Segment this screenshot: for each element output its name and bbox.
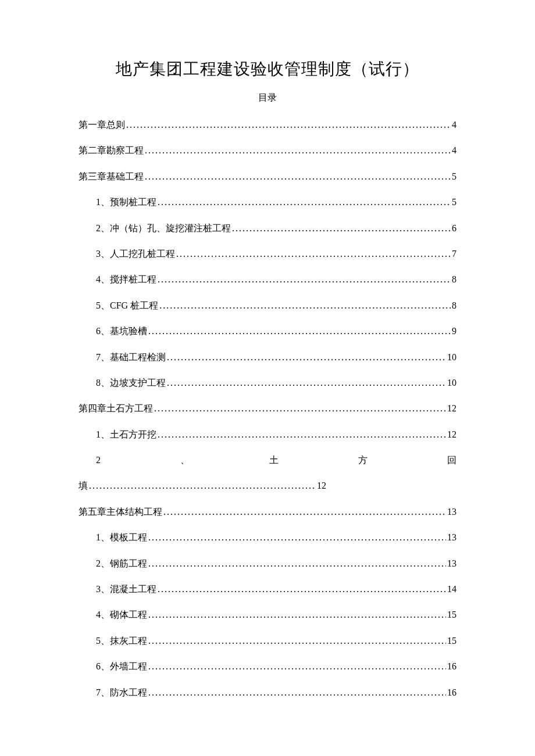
toc-dots	[158, 196, 451, 209]
toc-entry: 1、土石方开挖12	[79, 428, 456, 441]
toc-entry: 第二章勘察工程4	[79, 144, 456, 157]
toc-special-label: 填	[79, 479, 88, 492]
toc-page: 16	[447, 660, 456, 673]
toc-list-before: 第一章总则4第二章勘察工程4第三章基础工程51、预制桩工程52、冲（钻）孔、旋挖…	[79, 119, 456, 441]
toc-page: 16	[447, 686, 456, 699]
toc-dots	[148, 325, 451, 338]
toc-dots	[176, 248, 451, 260]
toc-special-page: 12	[317, 479, 326, 492]
toc-page: 12	[447, 402, 456, 415]
toc-page: 10	[447, 351, 456, 364]
toc-page: 13	[447, 557, 456, 570]
toc-dots	[126, 119, 451, 131]
toc-entry: 7、防水工程16	[79, 686, 456, 699]
toc-label: 3、混凝土工程	[96, 583, 156, 596]
toc-special-part: 回	[447, 454, 456, 467]
toc-entry: 2、钢筋工程13	[79, 557, 456, 570]
toc-label: 第三章基础工程	[79, 170, 144, 183]
toc-entry: 1、模板工程13	[79, 531, 456, 544]
toc-entry: 5、CFG 桩工程8	[79, 299, 456, 312]
toc-dots	[148, 660, 446, 673]
toc-label: 3、人工挖孔桩工程	[96, 248, 175, 260]
toc-label: 7、基础工程检测	[96, 351, 166, 364]
toc-heading: 目录	[79, 92, 456, 104]
toc-label: 2、冲（钻）孔、旋挖灌注桩工程	[96, 222, 231, 235]
toc-label: 7、防水工程	[96, 686, 147, 699]
toc-dots	[159, 299, 451, 312]
toc-label: 第五章主体结构工程	[79, 506, 162, 518]
toc-page: 7	[452, 248, 456, 260]
toc-entry: 第四章土石方工程12	[79, 402, 456, 415]
toc-label: 4、砌体工程	[96, 608, 147, 621]
toc-entry: 7、基础工程检测10	[79, 351, 456, 364]
toc-label: 6、基坑验槽	[96, 325, 147, 338]
toc-entry: 第三章基础工程5	[79, 170, 456, 183]
toc-dots	[154, 402, 446, 415]
toc-entry: 3、人工挖孔桩工程7	[79, 248, 456, 260]
toc-dots	[148, 686, 446, 699]
toc-page: 5	[452, 196, 456, 209]
toc-dots	[158, 428, 446, 441]
toc-entry: 3、混凝土工程14	[79, 583, 456, 596]
toc-dots	[167, 351, 446, 364]
toc-page: 15	[447, 608, 456, 621]
toc-page: 4	[452, 119, 456, 131]
toc-page: 8	[452, 299, 456, 312]
toc-entry: 8、边坡支护工程10	[79, 377, 456, 389]
toc-label: 1、模板工程	[96, 531, 147, 544]
toc-special-line1: 2 、 土 方 回	[79, 454, 456, 467]
toc-entry: 第五章主体结构工程13	[79, 506, 456, 518]
toc-special-part: 方	[358, 454, 368, 467]
toc-dots	[148, 608, 446, 621]
toc-special-part: 、	[180, 454, 190, 467]
toc-dots	[148, 531, 446, 544]
toc-entry: 1、预制桩工程5	[79, 196, 456, 209]
toc-page: 9	[452, 325, 456, 338]
toc-page: 8	[452, 273, 456, 286]
toc-dots	[163, 506, 446, 518]
toc-entry: 6、基坑验槽9	[79, 325, 456, 338]
toc-label: 6、外墙工程	[96, 660, 147, 673]
toc-label: 5、抹灰工程	[96, 635, 147, 647]
toc-dots	[158, 583, 446, 596]
toc-special-part: 土	[269, 454, 279, 467]
toc-dots	[145, 170, 451, 183]
toc-entry-special: 2 、 土 方 回 填 12	[79, 454, 456, 493]
toc-label: 第一章总则	[79, 119, 125, 131]
toc-label: 2、钢筋工程	[96, 557, 147, 570]
toc-page: 12	[447, 428, 456, 441]
toc-special-line2: 填 12	[79, 479, 456, 492]
toc-dots	[148, 635, 446, 647]
toc-page: 4	[452, 144, 456, 157]
toc-page: 13	[447, 531, 456, 544]
toc-page: 10	[447, 377, 456, 389]
toc-label: 4、搅拌桩工程	[96, 273, 156, 286]
toc-dots	[232, 222, 451, 235]
toc-label: 第二章勘察工程	[79, 144, 144, 157]
toc-entry: 5、抹灰工程15	[79, 635, 456, 647]
document-title: 地产集团工程建设验收管理制度（试行）	[79, 58, 456, 80]
toc-page: 13	[447, 506, 456, 518]
toc-special-part: 2	[96, 454, 101, 467]
toc-page: 14	[447, 583, 456, 596]
toc-page: 6	[452, 222, 456, 235]
toc-list-after: 第五章主体结构工程131、模板工程132、钢筋工程133、混凝土工程144、砌体…	[79, 506, 456, 699]
toc-entry: 4、搅拌桩工程8	[79, 273, 456, 286]
toc-entry: 第一章总则4	[79, 119, 456, 131]
toc-entry: 4、砌体工程15	[79, 608, 456, 621]
toc-label: 第四章土石方工程	[79, 402, 153, 415]
toc-dots	[89, 479, 316, 492]
toc-page: 5	[452, 170, 456, 183]
toc-label: 1、预制桩工程	[96, 196, 156, 209]
toc-dots	[145, 144, 451, 157]
toc-page: 15	[447, 635, 456, 647]
toc-label: 5、CFG 桩工程	[96, 299, 158, 312]
toc-dots	[167, 377, 446, 389]
toc-entry: 2、冲（钻）孔、旋挖灌注桩工程6	[79, 222, 456, 235]
toc-dots	[158, 273, 451, 286]
toc-label: 8、边坡支护工程	[96, 377, 166, 389]
toc-label: 1、土石方开挖	[96, 428, 156, 441]
toc-entry: 6、外墙工程16	[79, 660, 456, 673]
toc-dots	[148, 557, 446, 570]
